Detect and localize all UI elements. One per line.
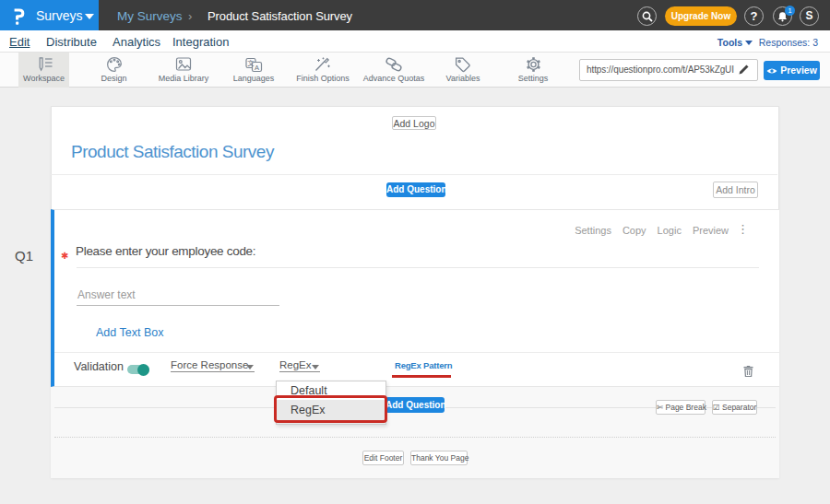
svg-text:A: A — [255, 64, 259, 72]
